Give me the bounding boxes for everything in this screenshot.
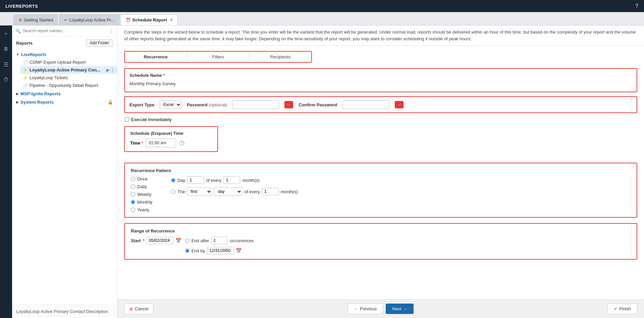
- end-by-calendar-icon[interactable]: 📅: [236, 248, 241, 253]
- tree-group-system-header[interactable]: ▶ System Reports 🔒: [12, 98, 117, 106]
- content-info: Complete the steps in the wizard below t…: [117, 25, 644, 46]
- day-option-row: Day of every month(s): [171, 176, 298, 184]
- menu-icon[interactable]: ☰: [1, 60, 11, 69]
- range-content: Start * 📅 End after occurrences: [131, 237, 631, 254]
- export-type-select[interactable]: Excel CSV PDF: [160, 100, 181, 109]
- time-label: Time *: [130, 141, 143, 146]
- enqueue-time-title: Schedule (Enqueue) Time: [130, 131, 212, 136]
- execute-immediately-row: Execute Immediately: [125, 117, 637, 122]
- finish-button[interactable]: ✔ Finish: [607, 304, 637, 314]
- once-radio[interactable]: [131, 177, 135, 181]
- top-bar: LIVEREPORTS ?: [0, 0, 644, 12]
- info-text: Complete the steps in the wizard below t…: [124, 30, 636, 41]
- next-button[interactable]: Next →: [386, 304, 414, 314]
- tab-loyaltyloop[interactable]: ✏ LoyaltyLoop Active Pr...: [59, 14, 119, 25]
- password-toggle-button[interactable]: ···: [284, 101, 293, 108]
- checkmark-icon: ✔: [614, 306, 618, 311]
- time-input[interactable]: [146, 139, 176, 147]
- export-type-row: Export Type Excel CSV PDF Password (opti…: [124, 96, 637, 113]
- cancel-button[interactable]: ⊗ Cancel: [124, 304, 153, 314]
- next-label: Next: [392, 306, 401, 311]
- recurrence-pattern-section: Recurrence Pattern Once Daily: [124, 163, 637, 218]
- tab-recipients-label: Recipients: [270, 54, 290, 59]
- monthly-radio[interactable]: [131, 200, 135, 204]
- end-after-radio[interactable]: [185, 238, 190, 243]
- wizard-body: Recurrence Filters Recipients Schedule N…: [117, 46, 644, 299]
- tab-recurrence[interactable]: Recurrence: [125, 52, 187, 62]
- ordinal-select[interactable]: first second third fourth last: [187, 187, 212, 196]
- months-label-2: month(s): [281, 189, 298, 194]
- range-title: Range of Recurrence: [131, 228, 631, 233]
- list-item[interactable]: 📄 Pipeline - Opportunity Detail Report: [20, 82, 117, 89]
- months-value-input-1[interactable]: [223, 176, 240, 184]
- start-label: Start: [131, 238, 141, 243]
- list-item[interactable]: ⚡ LoyaltyLoop Active Primary Con... ▶ ⋮: [20, 66, 117, 74]
- tab-schedule-report[interactable]: ⏰ Schedule Report ✕: [121, 14, 178, 25]
- start-required-marker: *: [143, 238, 145, 243]
- day-value-input[interactable]: [187, 176, 204, 184]
- end-after-input[interactable]: [211, 237, 228, 244]
- yearly-radio[interactable]: [131, 208, 135, 212]
- execute-immediately-checkbox[interactable]: [125, 117, 129, 122]
- document-icon: 📄: [23, 60, 28, 65]
- search-input[interactable]: [23, 29, 107, 33]
- confirm-password-input[interactable]: [342, 100, 389, 109]
- list-item[interactable]: ⚡ LoyaltyLoop Tickets: [20, 74, 117, 82]
- tab-recipients[interactable]: Recipients: [249, 52, 311, 62]
- tree-group-livereports-label: LiveReports: [21, 52, 46, 57]
- occurrences-label: occurrences: [230, 238, 254, 243]
- reports-header: Reports Add Folder: [12, 37, 117, 49]
- tree-group-msp-header[interactable]: ▶ MSP-Ignite Reports: [12, 90, 117, 98]
- enqueue-time-section: Schedule (Enqueue) Time Time * 🕐: [124, 126, 218, 152]
- tab-loyaltyloop-label: LoyaltyLoop Active Pr...: [69, 17, 114, 22]
- schedule-name-input[interactable]: [129, 80, 632, 88]
- months-label-1: month(s): [242, 178, 259, 183]
- previous-button[interactable]: ← Previous: [347, 304, 383, 314]
- tree-group-system-label: System Reports: [20, 100, 54, 105]
- range-of-recurrence-section: Range of Recurrence Start * 📅 End after: [124, 223, 637, 260]
- radio-once: Once: [131, 176, 164, 181]
- icon-bar: ＋ 🗎 ☰ ⏱: [0, 25, 12, 318]
- range-start: Start * 📅: [131, 237, 181, 244]
- required-marker: *: [163, 73, 165, 78]
- of-every-label-1: of every: [206, 178, 221, 183]
- clock-icon[interactable]: ⏱: [1, 75, 11, 85]
- tab-getting-started[interactable]: ⚙ Getting Started: [13, 14, 58, 25]
- recurrence-pattern-title: Recurrence Pattern: [131, 168, 631, 173]
- finish-label: Finish: [619, 306, 631, 311]
- radio-daily: Daily: [131, 184, 164, 189]
- tab-close-icon[interactable]: ✕: [170, 18, 173, 22]
- execute-immediately-label: Execute Immediately: [131, 117, 172, 122]
- radio-monthly: Monthly: [131, 200, 164, 205]
- file-icon[interactable]: 🗎: [1, 44, 11, 54]
- add-icon[interactable]: ＋: [1, 29, 11, 38]
- add-folder-button[interactable]: Add Folder: [86, 39, 113, 47]
- enqueue-time-row: Time * 🕐: [130, 139, 212, 147]
- recurrence-pattern-content: Once Daily Weekly Monthly: [131, 176, 631, 212]
- range-end-options: End after occurrences End by 📅: [185, 237, 254, 254]
- daily-radio[interactable]: [131, 184, 135, 189]
- tab-filters[interactable]: Filters: [187, 52, 250, 62]
- help-icon[interactable]: ?: [635, 3, 639, 9]
- item-more-icon[interactable]: ▶ ⋮: [106, 68, 114, 72]
- end-by-radio[interactable]: [185, 249, 190, 253]
- time-required-marker: *: [142, 141, 143, 146]
- start-date-input[interactable]: [147, 237, 173, 244]
- day-type-radio[interactable]: [171, 178, 175, 182]
- the-type-radio[interactable]: [171, 190, 175, 194]
- start-calendar-icon[interactable]: 📅: [175, 238, 181, 243]
- prev-arrow-icon: ←: [354, 306, 358, 311]
- tree-group-livereports-header[interactable]: ▼ LiveReports: [12, 51, 117, 58]
- weekly-radio[interactable]: [131, 192, 135, 197]
- list-item[interactable]: 📄 CDMP Export-Upload Report: [20, 58, 117, 66]
- day-type-select[interactable]: day weekday Sunday Monday: [214, 187, 242, 196]
- search-options-icon[interactable]: ⋮: [109, 28, 114, 34]
- months-value-input-2[interactable]: [262, 188, 279, 195]
- confirm-password-toggle-button[interactable]: ···: [395, 101, 404, 108]
- password-input[interactable]: [232, 100, 279, 109]
- end-by-input[interactable]: [207, 247, 234, 254]
- tree-group-msp-label: MSP-Ignite Reports: [20, 91, 61, 96]
- search-bar: 🔍 ⋮: [12, 25, 117, 37]
- lightning-icon: ⚡: [23, 75, 28, 80]
- schedule-name-label: Schedule Name *: [129, 73, 632, 78]
